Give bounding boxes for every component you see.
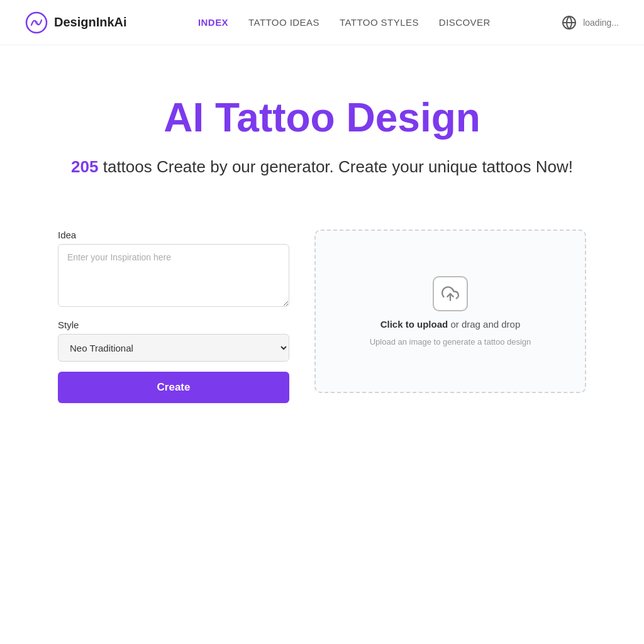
upload-text-main: Click to upload or drag and drop: [380, 319, 521, 330]
logo[interactable]: DesignInkAi: [25, 11, 127, 34]
loading-status: loading...: [583, 18, 619, 28]
logo-text: DesignInkAi: [54, 15, 127, 30]
nav-index[interactable]: INDEX: [198, 17, 228, 28]
header: DesignInkAi INDEX TATTOO IDEAS TATTOO ST…: [0, 0, 644, 45]
hero-subtitle: 205 tattoos Create by our generator. Cre…: [13, 155, 631, 179]
idea-field-group: Idea: [58, 230, 289, 309]
main-nav: INDEX TATTOO IDEAS TATTOO STYLES DISCOVE…: [198, 17, 491, 28]
style-label: Style: [58, 319, 289, 330]
hero-title: AI Tattoo Design: [13, 96, 631, 140]
upload-click-label: Click to upload: [380, 319, 448, 330]
tattoo-count: 205: [71, 157, 98, 176]
hero-subtitle-text: tattoos Create by our generator. Create …: [98, 157, 572, 176]
create-button[interactable]: Create: [58, 372, 289, 403]
nav-tattoo-styles[interactable]: TATTOO STYLES: [340, 17, 419, 28]
style-select[interactable]: Neo Traditional Traditional Realism Wate…: [58, 334, 289, 362]
hero-section: AI Tattoo Design 205 tattoos Create by o…: [0, 45, 644, 204]
form-section: Idea Style Neo Traditional Traditional R…: [20, 230, 624, 403]
nav-tattoo-ideas[interactable]: TATTOO IDEAS: [248, 17, 319, 28]
upload-drag-label: or drag and drop: [448, 319, 520, 330]
nav-discover[interactable]: DISCOVER: [439, 17, 491, 28]
logo-icon: [25, 11, 48, 34]
header-right: loading...: [562, 15, 619, 30]
upload-icon-wrapper: [433, 276, 468, 311]
globe-icon[interactable]: [562, 15, 577, 30]
upload-text-sub: Upload an image to generate a tattoo des…: [370, 337, 531, 347]
style-field-group: Style Neo Traditional Traditional Realis…: [58, 319, 289, 362]
upload-icon: [441, 285, 459, 303]
svg-point-1: [35, 21, 38, 25]
idea-textarea[interactable]: [58, 244, 289, 307]
idea-label: Idea: [58, 230, 289, 240]
form-left: Idea Style Neo Traditional Traditional R…: [58, 230, 289, 403]
upload-area[interactable]: Click to upload or drag and drop Upload …: [314, 230, 586, 393]
